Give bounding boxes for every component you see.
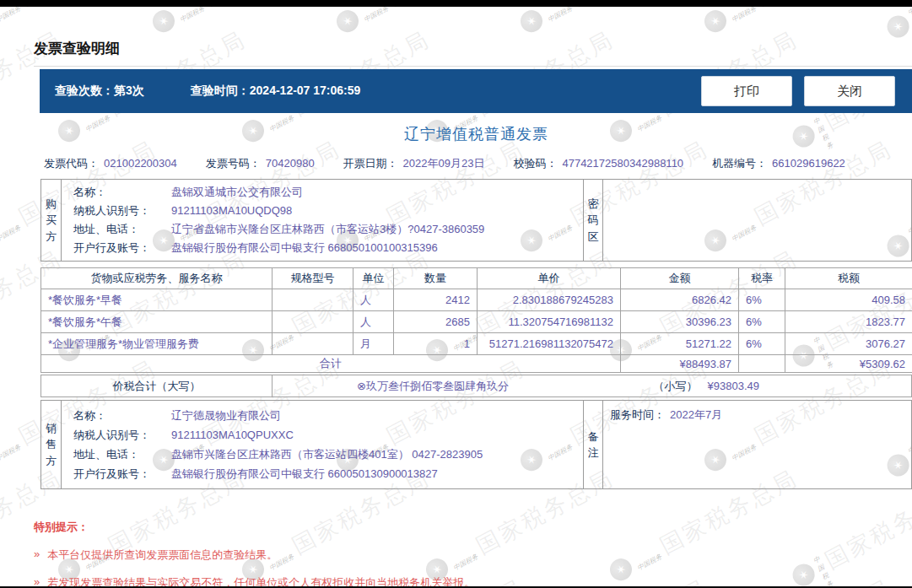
col-header-spec: 规格型号 (273, 268, 353, 289)
check-time-value: 2024-12-07 17:06:59 (250, 84, 361, 99)
total-tax: ¥5309.62 (785, 355, 912, 373)
amount-numeric-value: ¥93803.49 (708, 380, 759, 392)
seller-bank-label: 开户行及账号： (73, 464, 171, 483)
col-header-unit: 单位 (353, 268, 394, 289)
item-unit: 月 (353, 333, 394, 355)
invoice-verification-page: 发票查验明细 查验次数： 第3次 查验时间： 2024-12-07 17:06:… (0, 39, 912, 588)
item-spec (273, 333, 353, 355)
buyer-address-row: 地址、电话：辽宁省盘锦市兴隆台区庄林路西（市客运站3楼）?0427-386035… (73, 220, 583, 239)
service-time-label: 服务时间： (610, 407, 665, 423)
total-label: 合计 (41, 355, 621, 373)
col-header-qty: 数量 (394, 268, 478, 289)
buyer-section: 购买方 名称：盘锦双通城市公交有限公司 纳税人识别号：91211103MA10U… (40, 179, 912, 262)
service-time: 服务时间： 2022年7月 (610, 407, 911, 423)
invoice-date: 开票日期：2022年09月23日 (343, 156, 485, 171)
verification-toolbar: 查验次数： 第3次 查验时间： 2024-12-07 17:06:59 打印 关… (40, 69, 912, 113)
invoice-number: 发票号码：70420980 (206, 156, 315, 171)
remark-content: 服务时间： 2022年7月 (603, 401, 911, 488)
invoice-code: 发票代码：021002200304 (44, 156, 177, 171)
machine-number: 机器编号：661029619622 (712, 156, 845, 171)
col-header-amount: 金额 (621, 268, 739, 289)
watermark-subtext: 中国税务 (906, 6, 912, 42)
invoice-date-value: 2022年09月23日 (403, 157, 485, 170)
seller-fields: 名称：辽宁德晟物业有限公司 纳税人识别号：91211103MA10QPUXXC … (62, 401, 583, 488)
item-rate: 6% (739, 333, 785, 355)
buyer-bank-row: 开户行及账号：盘锦银行股份有限公司中银支行 668050100100315396 (73, 239, 583, 257)
seller-name-value: 辽宁德晟物业有限公司 (171, 406, 281, 425)
invoice-code-value: 021002200304 (104, 157, 177, 170)
notices-title: 特别提示： (34, 520, 912, 535)
tax-emblem-icon (883, 12, 912, 41)
close-button[interactable]: 关闭 (804, 76, 895, 106)
notice-text: 本平台仅提供所查询发票票面信息的查验结果。 (47, 548, 278, 563)
item-spec (273, 289, 353, 311)
col-header-name: 货物或应税劳务、服务名称 (41, 268, 273, 289)
notice-item: » 本平台仅提供所查询发票票面信息的查验结果。 (34, 548, 912, 563)
check-code-label: 校验码： (513, 157, 557, 170)
seller-address-value: 盘锦市兴隆台区庄林路西（市客运站四楼401室） 0427-2823905 (171, 445, 483, 464)
item-name: *餐饮服务*早餐 (41, 289, 273, 311)
invoice-date-label: 开票日期： (343, 157, 398, 170)
buyer-bank-label: 开户行及账号： (73, 239, 171, 257)
seller-bank-row: 开户行及账号：盘锦银行股份有限公司中银支行 660050130900013827 (73, 464, 583, 483)
item-row: *企业管理服务*物业管理服务费 月 1 51271.21698113207547… (41, 333, 912, 355)
item-name: *餐饮服务*午餐 (41, 311, 273, 333)
items-table: 货物或应税劳务、服务名称 规格型号 单位 数量 单价 金额 税率 税额 *餐饮服… (40, 267, 912, 373)
print-button[interactable]: 打印 (701, 76, 792, 106)
buyer-address-value: 辽宁省盘锦市兴隆台区庄林路西（市客运站3楼）?0427-3860359 (171, 220, 484, 239)
item-qty: 2685 (394, 311, 478, 333)
password-area-content (603, 180, 911, 261)
item-tax: 409.58 (785, 289, 912, 311)
machine-number-value: 661029619622 (772, 157, 845, 170)
col-header-rate: 税率 (739, 268, 785, 289)
buyer-name-value: 盘锦双通城市公交有限公司 (171, 183, 303, 202)
buyer-taxid-value: 91211103MA10UQDQ98 (171, 202, 292, 220)
check-time-label: 查验时间： (191, 84, 250, 99)
item-price: 51271.216981132075472 (478, 333, 621, 355)
buyer-side-label: 购买方 (41, 180, 62, 261)
seller-bank-value: 盘锦银行股份有限公司中银支行 660050130900013827 (171, 464, 438, 483)
col-header-price: 单价 (478, 268, 621, 289)
check-count: 查验次数： 第3次 (55, 84, 144, 99)
item-qty: 1 (394, 333, 478, 355)
seller-taxid-label: 纳税人识别号： (73, 425, 171, 445)
seller-taxid-value: 91211103MA10QPUXXC (171, 425, 294, 445)
seller-name-row: 名称：辽宁德晟物业有限公司 (73, 406, 583, 425)
item-unit: 人 (353, 289, 394, 311)
item-name: *企业管理服务*物业管理服务费 (41, 333, 273, 355)
item-qty: 2412 (394, 289, 478, 311)
seller-address-label: 地址、电话： (73, 445, 171, 464)
check-count-label: 查验次数： (55, 84, 114, 99)
buyer-name-label: 名称： (73, 183, 171, 202)
tax-emblem-icon (516, 7, 546, 36)
amount-words-value: ⊗玖万叁仟捌佰零叁圆肆角玖分 (357, 379, 509, 394)
tax-emblem-icon (700, 7, 730, 36)
item-amount: 51271.22 (621, 333, 739, 355)
item-row: *餐饮服务*午餐 人 2685 11.320754716981132 30396… (41, 311, 912, 333)
invoice-meta-row: 发票代码：021002200304 发票号码：70420980 开票日期：202… (40, 156, 912, 171)
check-time: 查验时间： 2024-12-07 17:06:59 (191, 84, 361, 99)
remark-side-label: 备注 (583, 401, 603, 488)
check-code: 校验码：47742172580342988110 (513, 156, 683, 171)
service-time-value: 2022年7月 (670, 407, 722, 423)
top-black-bar (0, 0, 912, 7)
seller-side-label: 销售方 (41, 401, 62, 488)
buyer-bank-value: 盘锦银行股份有限公司中银支行 668050100100315396 (171, 239, 438, 257)
item-tax: 3076.27 (785, 333, 912, 355)
item-spec (273, 311, 353, 333)
seller-section: 销售方 名称：辽宁德晟物业有限公司 纳税人识别号：91211103MA10QPU… (40, 400, 912, 489)
seller-name-label: 名称： (73, 406, 171, 425)
col-header-tax: 税额 (785, 268, 912, 289)
check-count-value: 第3次 (114, 84, 144, 99)
password-area-label: 密码区 (583, 180, 603, 261)
tax-emblem-icon (148, 7, 178, 36)
buyer-taxid-row: 纳税人识别号：91211103MA10UQDQ98 (73, 202, 583, 220)
page-title: 发票查验明细 (34, 39, 912, 58)
items-total-row: 合计 ¥88493.87 ¥5309.62 (41, 355, 912, 373)
items-header-row: 货物或应税劳务、服务名称 规格型号 单位 数量 单价 金额 税率 税额 (41, 268, 912, 289)
item-price: 11.320754716981132 (478, 311, 621, 333)
item-rate: 6% (739, 311, 785, 333)
item-amount: 30396.23 (621, 311, 739, 333)
item-rate: 6% (739, 289, 785, 311)
header-divider (34, 66, 912, 67)
